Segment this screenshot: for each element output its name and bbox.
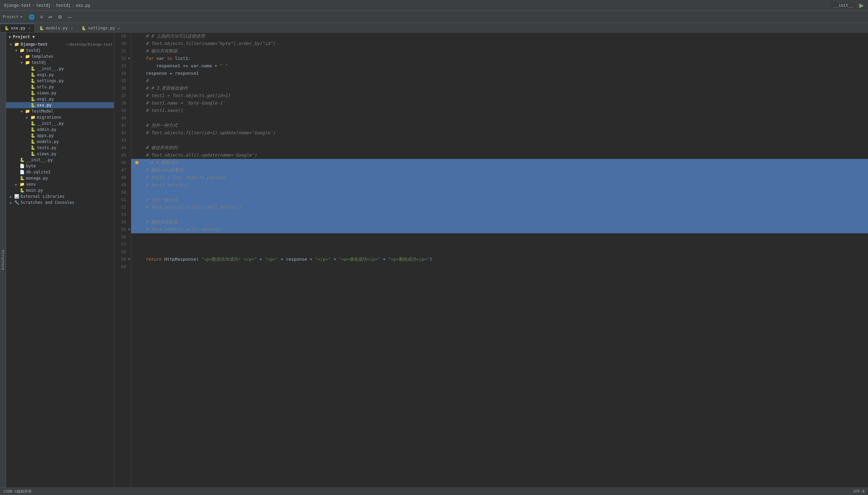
tree-settings-file[interactable]: ▶ 🐍 settings.py	[6, 78, 114, 84]
tree-main[interactable]: ▶ 🐍 main.py	[6, 187, 114, 193]
code-text-55: # Test.objects.all().delete()	[135, 226, 222, 233]
tree-byte[interactable]: ▶ 📄 byte	[6, 163, 114, 169]
breadcrumb-item-2[interactable]: testdj	[36, 3, 51, 8]
toolbar-minus-btn[interactable]: —	[66, 13, 74, 21]
pyfile-icon-init-root: 🐍	[20, 157, 25, 162]
tree-django-test[interactable]: ▼ 📁 Django-test ~/Desktop/Django-test	[6, 41, 114, 47]
code-text-35: #	[135, 77, 149, 85]
tree-urls[interactable]: ▶ 🐍 urls.py	[6, 84, 114, 90]
tree-testmodel[interactable]: ▼ 📁 TestModel	[6, 108, 114, 114]
tree-label-django-test: Django-test	[21, 42, 63, 47]
tree-manage[interactable]: ▶ 🐍 manage.py	[6, 175, 114, 181]
code-line-50	[131, 189, 868, 196]
tree-label-init-tm: __init__.py	[37, 121, 112, 126]
tree-ext-libs[interactable]: ▶ 📊 External Libraries	[6, 193, 114, 200]
breadcrumb-item-1[interactable]: Django-test	[4, 3, 31, 8]
code-text-36: # # 3.更新修改操作	[135, 85, 188, 92]
code-text-34: response = response1	[135, 70, 199, 77]
tab-xxx-close[interactable]: ✕	[29, 27, 31, 30]
breadcrumb-item-3[interactable]: testdj	[56, 3, 70, 8]
code-line-31: # 输出所有数据	[131, 47, 868, 55]
tree-label-testdj: testdj	[26, 48, 112, 53]
folder-icon-venv: 📁	[20, 182, 25, 187]
line-number-49: 49	[117, 181, 128, 189]
main-area: Structure ▼ Project ▼ ▼ 📁 Django-test ~/…	[0, 32, 868, 488]
fold-icon-32[interactable]: ▼	[128, 55, 130, 62]
toolbar-globe-btn[interactable]: 🌐	[27, 13, 36, 21]
status-csdn: CSDN ©版权所有	[3, 489, 32, 494]
profile-selector[interactable]: __init__	[831, 2, 856, 8]
tree-init-root[interactable]: ▶ 🐍 __init__.py	[6, 157, 114, 163]
tree-testdj-root[interactable]: ▼ 📁 testdj	[6, 47, 114, 53]
tree-db[interactable]: ▶ 📄 db.sqlite3	[6, 169, 114, 175]
fold-icon-55[interactable]: ▼	[128, 226, 130, 233]
tree-label-views2: views.py	[37, 152, 112, 156]
tree-models-file[interactable]: ▶ 🐍 models.py	[6, 139, 114, 145]
line-number-58: 58	[117, 248, 128, 256]
pyfile-icon-settings: 🐍	[31, 79, 35, 83]
pyfile-icon-admin: 🐍	[31, 127, 35, 132]
line-number-57: 57	[117, 241, 128, 248]
tree-init-testdj[interactable]: ▶ 🐍 __init__.py	[6, 66, 114, 72]
tab-settings-close[interactable]: ✕	[118, 27, 120, 30]
structure-tab[interactable]: Structure	[0, 32, 6, 488]
breadcrumb: Django-test › testdj › testdj › xxx.py	[4, 3, 90, 8]
pyfile-icon-tests: 🐍	[31, 146, 35, 150]
code-line-33: response1 += var.name + " "	[131, 62, 868, 70]
tree-admin[interactable]: ▶ 🐍 admin.py	[6, 126, 114, 133]
line-number-35: 35	[117, 77, 128, 85]
toolbar-list-btn[interactable]: ≡	[38, 13, 45, 21]
tree-views2[interactable]: ▶ 🐍 views.py	[6, 151, 114, 157]
tree-scratches[interactable]: ▶ 🔧 Scratches and Consoles	[6, 200, 114, 206]
tab-models[interactable]: 🐍 models.py ✕	[35, 24, 77, 32]
file-icon-byte: 📄	[20, 164, 25, 168]
tree-tests[interactable]: ▶ 🐍 tests.py	[6, 145, 114, 151]
breadcrumb-item-4[interactable]: xxx.py	[76, 3, 90, 8]
tree-arrow-venv: ▶	[14, 183, 18, 186]
fold-icon-59[interactable]: ▼	[128, 256, 130, 263]
tab-xxx-icon: 🐍	[4, 26, 9, 31]
tree-testdj-pkg[interactable]: ▼ 📁 testdj	[6, 59, 114, 66]
tree-wsgi[interactable]: ▶ 🐍 wsgi.py	[6, 96, 114, 102]
toolbar-settings-btn[interactable]: ⚙	[56, 13, 64, 21]
tree-arrow-scratches: ▶	[9, 201, 13, 205]
pyfile-icon-views2: 🐍	[31, 152, 35, 156]
tree-label-testmodel: TestModel	[31, 109, 112, 114]
code-text-45: # Test.objects.all().update(name='Google…	[135, 152, 257, 159]
tree-venv[interactable]: ▶ 📁 venv	[6, 181, 114, 187]
code-text-51: # 另外一种方式	[135, 196, 177, 204]
code-text-49: # test1.delete()	[135, 181, 188, 189]
code-content[interactable]: # # 上面的方法可以连锁使用 # Test.objects.filter(na…	[131, 32, 868, 488]
tab-settings[interactable]: 🐍 settings.py ✕	[77, 24, 124, 32]
tree-xxx[interactable]: ▶ 🐍 xxx.py	[6, 102, 114, 108]
sidebar-project-header[interactable]: ▼ Project ▼	[6, 32, 114, 41]
tree-views[interactable]: ▶ 🐍 views.py	[6, 90, 114, 96]
toolbar-swap-btn[interactable]: ⇌	[46, 13, 54, 21]
tree-apps[interactable]: ▶ 🐍 apps.py	[6, 133, 114, 139]
folder-icon-testdj: 📁	[20, 48, 25, 53]
tree-label-manage: manage.py	[26, 176, 112, 181]
breadcrumb-sep-3: ›	[72, 3, 74, 8]
breadcrumb-sep-2: ›	[52, 3, 54, 8]
tree-label-ext: External Libraries	[21, 194, 112, 199]
line-number-51: 51	[117, 196, 128, 204]
tree-init-testmodel[interactable]: ▶ 🐍 __init__.py	[6, 120, 114, 126]
code-line-55: # Test.objects.all().delete()	[131, 226, 868, 233]
tree-label-views: views.py	[37, 91, 112, 95]
line-number-48: 48	[117, 174, 128, 181]
editor-area: 29303132▼3334353637383940414243444546474…	[114, 32, 868, 488]
run-button[interactable]: ▶	[859, 2, 864, 9]
tree-templates[interactable]: ▶ 📁 templates	[6, 53, 114, 59]
code-text-52: # Test.objects.filter(id=1).delete()	[135, 204, 241, 211]
tab-xxx[interactable]: 🐍 xxx.py ✕	[0, 24, 35, 32]
line-number-36: 36	[117, 85, 128, 92]
tree-label-admin: admin.py	[37, 127, 112, 132]
tree-label-testdj-pkg: testdj	[31, 60, 112, 65]
code-line-46: # 4.删除操作	[131, 159, 868, 166]
tree-migrations[interactable]: ▶ 📁 migrations	[6, 114, 114, 120]
tree-asgi[interactable]: ▶ 🐍 asgi.py	[6, 72, 114, 78]
tab-models-close[interactable]: ✕	[71, 27, 73, 30]
project-sidebar: ▼ Project ▼ ▼ 📁 Django-test ~/Desktop/Dj…	[6, 32, 114, 488]
pyfile-icon-main: 🐍	[20, 188, 25, 193]
project-dropdown-icon[interactable]: ▼	[20, 15, 22, 19]
